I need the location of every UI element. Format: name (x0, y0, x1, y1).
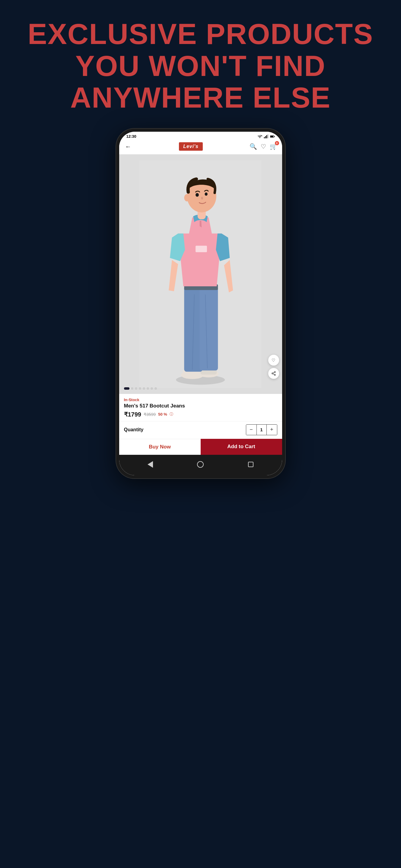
phone-frame: 12:30 (116, 129, 285, 478)
svg-point-24 (274, 371, 276, 373)
quantity-value: 1 (256, 425, 267, 435)
quantity-stepper: − 1 + (246, 424, 277, 435)
dot-1[interactable] (124, 387, 130, 390)
price-row: ₹1799 ₹3599 50 % ⓘ (124, 411, 277, 418)
svg-rect-3 (267, 134, 268, 138)
home-nav-btn[interactable] (194, 458, 206, 470)
wishlist-icon[interactable]: ♡ (261, 143, 266, 150)
svg-rect-6 (274, 136, 275, 137)
nav-bar (119, 455, 282, 475)
dot-7[interactable] (150, 387, 153, 390)
wishlist-action-btn[interactable]: ♡ (268, 355, 279, 366)
quantity-plus-btn[interactable]: + (267, 425, 277, 435)
headline: EXCLUSIVE PRODUCTS YOU WON'T FIND ANYWHE… (16, 18, 385, 114)
battery-icon (270, 134, 275, 139)
product-name: Men's 517 Bootcut Jeans (124, 403, 277, 409)
svg-point-25 (272, 373, 273, 374)
dot-8[interactable] (154, 387, 157, 390)
quantity-row: Quantity − 1 + (119, 421, 282, 439)
recent-square-icon (248, 462, 254, 467)
svg-line-27 (273, 374, 274, 375)
headline-line1: EXCLUSIVE PRODUCTS (28, 18, 373, 50)
bottom-actions: Buy Now Add to Cart (119, 439, 282, 455)
svg-point-26 (274, 374, 276, 375)
discount-badge: 50 % (158, 412, 167, 416)
svg-line-28 (273, 372, 274, 373)
dot-2[interactable] (131, 387, 133, 390)
share-action-btn[interactable] (268, 368, 279, 379)
original-price: ₹3599 (144, 412, 156, 417)
svg-rect-1 (265, 136, 266, 138)
signal-icon (264, 134, 268, 139)
quantity-label: Quantity (124, 427, 144, 433)
add-to-cart-button[interactable]: Add to Cart (201, 439, 282, 455)
cart-badge: 0 (275, 141, 279, 145)
svg-rect-2 (266, 135, 267, 138)
quantity-minus-btn[interactable]: − (246, 425, 256, 435)
nav-icons: 🔍 ♡ 🛒 0 (250, 143, 277, 150)
dot-6[interactable] (147, 387, 149, 390)
top-nav: ← Levi's 🔍 ♡ 🛒 0 (119, 140, 282, 154)
product-info: In-Stock Men's 517 Bootcut Jeans ₹1799 ₹… (119, 394, 282, 421)
back-button[interactable]: ← (124, 142, 133, 151)
dots-indicator (124, 387, 157, 390)
status-icons (257, 134, 275, 139)
svg-rect-14 (200, 286, 218, 370)
svg-point-23 (184, 194, 190, 201)
svg-rect-5 (270, 135, 274, 137)
image-actions: ♡ (268, 355, 279, 379)
back-triangle-icon (147, 461, 153, 468)
status-time: 12:30 (126, 134, 136, 138)
info-icon[interactable]: ⓘ (170, 412, 173, 417)
product-image-svg (139, 160, 262, 388)
in-stock-label: In-Stock (124, 398, 277, 402)
back-nav-btn[interactable] (144, 458, 156, 470)
status-bar: 12:30 (119, 132, 282, 140)
search-icon[interactable]: 🔍 (250, 143, 257, 150)
dot-4[interactable] (139, 387, 141, 390)
home-circle-icon (197, 461, 204, 468)
phone-wrapper: 12:30 (116, 129, 285, 478)
svg-point-22 (205, 192, 208, 195)
svg-point-21 (196, 193, 199, 196)
buy-now-button[interactable]: Buy Now (119, 439, 201, 455)
current-price: ₹1799 (124, 411, 142, 418)
recent-nav-btn[interactable] (245, 458, 257, 470)
headline-line3: ANYWHERE ELSE (70, 82, 331, 114)
dot-5[interactable] (143, 387, 145, 390)
share-icon (271, 371, 276, 376)
headline-line2: YOU WON'T FIND (76, 50, 325, 82)
levis-logo: Levi's (179, 142, 203, 151)
cart-icon[interactable]: 🛒 0 (270, 143, 277, 150)
dot-3[interactable] (135, 387, 137, 390)
wifi-icon (257, 134, 262, 139)
svg-rect-18 (196, 246, 207, 252)
product-image-area: ♡ (119, 154, 282, 394)
phone-screen: 12:30 (119, 132, 282, 475)
svg-rect-0 (264, 137, 265, 138)
person-illustration (119, 154, 282, 394)
